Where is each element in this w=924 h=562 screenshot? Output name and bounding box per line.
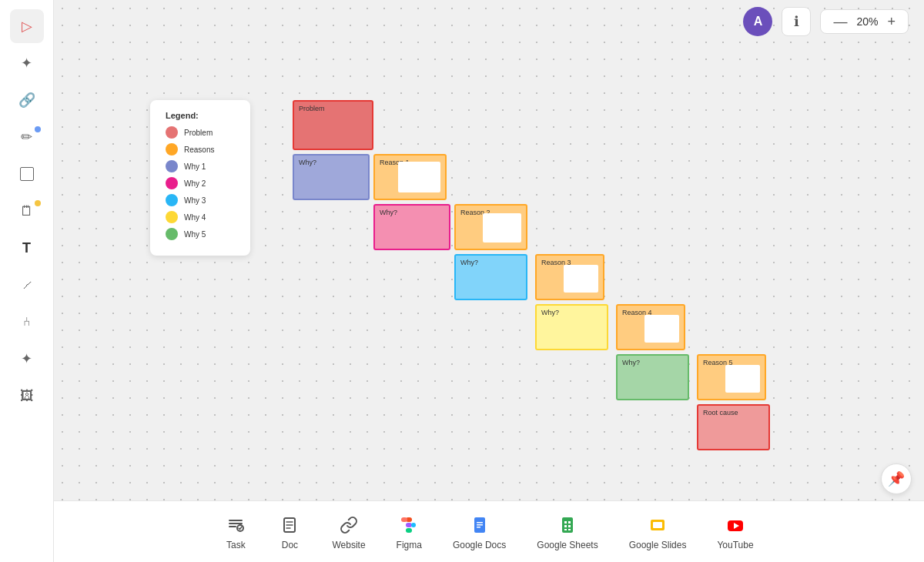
block-reason2[interactable]: Reason 2 (454, 204, 527, 250)
google-slides-icon (646, 513, 669, 537)
cursor-icon: ▷ (22, 18, 32, 35)
block-why2[interactable]: Why? (373, 204, 450, 250)
pen-tool[interactable]: ✏ (10, 120, 44, 154)
zoom-out-button[interactable]: — (830, 13, 850, 30)
svg-rect-12 (564, 521, 567, 524)
ai-tool[interactable]: ✦ (10, 342, 44, 376)
google-sheets-label: Google Sheets (537, 540, 598, 550)
block-reason4-white (644, 315, 679, 343)
toolbar-item-google-slides[interactable]: Google Slides (629, 513, 687, 550)
user-avatar[interactable]: A (743, 7, 772, 36)
left-sidebar: ▷ ✦ 🔗 ✏ 🗒 T ⟋ ⑃ ✦ 🖼 (0, 0, 54, 562)
google-slides-label: Google Slides (629, 540, 687, 550)
cursor-tool[interactable]: ▷ (10, 9, 44, 43)
svg-rect-13 (568, 521, 571, 524)
svg-rect-19 (653, 522, 662, 528)
connect-tool[interactable]: ⑃ (10, 305, 44, 339)
google-docs-icon (468, 513, 491, 537)
text-icon: T (22, 240, 31, 256)
note-dot (35, 200, 41, 206)
block-reason4[interactable]: Reason 4 (616, 304, 685, 350)
legend-item-why2: Why 2 (166, 177, 235, 189)
block-reason1-white (398, 162, 440, 192)
toolbar-item-website[interactable]: Website (332, 513, 365, 550)
youtube-icon (724, 513, 747, 537)
svg-rect-4 (406, 528, 412, 533)
google-sheets-icon (556, 513, 579, 537)
svg-rect-16 (564, 529, 567, 530)
legend-title: Legend: (166, 111, 235, 120)
link-icon: 🔗 (18, 92, 35, 109)
legend-item-why5: Why 5 (166, 228, 235, 240)
svg-rect-14 (564, 525, 567, 527)
block-rootcause[interactable]: Root cause (697, 404, 770, 450)
media-tool[interactable]: 🖼 (10, 379, 44, 413)
legend-label-why5: Why 5 (184, 230, 206, 239)
block-reason5[interactable]: Reason 5 (697, 354, 766, 400)
line-icon: ⟋ (20, 277, 34, 293)
link-tool[interactable]: 🔗 (10, 83, 44, 117)
info-button[interactable]: ℹ (782, 7, 811, 36)
legend-item-problem: Problem (166, 126, 235, 139)
svg-rect-3 (406, 523, 412, 527)
block-why2-label: Why? (380, 209, 397, 216)
legend-item-why4: Why 4 (166, 211, 235, 223)
block-why3-label: Why? (460, 259, 478, 266)
block-reason3-white (564, 265, 598, 293)
svg-point-6 (411, 523, 416, 527)
svg-rect-11 (562, 517, 573, 533)
shape-icon (20, 167, 34, 181)
block-why1-label: Why? (299, 159, 316, 166)
media-icon: 🖼 (20, 388, 34, 404)
legend-circle-why2 (166, 177, 178, 189)
legend-label-why1: Why 1 (184, 162, 206, 171)
block-why4-label: Why? (541, 309, 559, 316)
website-label: Website (332, 540, 365, 550)
note-tool[interactable]: 🗒 (10, 194, 44, 228)
block-problem-label: Problem (299, 105, 325, 112)
block-why1[interactable]: Why? (293, 154, 370, 200)
youtube-label: YouTube (717, 540, 753, 550)
topbar: A ℹ — 20% + (728, 0, 924, 42)
bottom-toolbar: Task Doc Website (54, 500, 924, 562)
toolbar-item-google-sheets[interactable]: Google Sheets (537, 513, 598, 550)
block-why5-label: Why? (622, 359, 640, 366)
doc-icon (278, 513, 301, 537)
block-why5[interactable]: Why? (616, 354, 689, 400)
svg-rect-5 (401, 517, 407, 522)
line-tool[interactable]: ⟋ (10, 268, 44, 302)
info-icon: ℹ (794, 13, 799, 30)
block-reason1[interactable]: Reason 1 (373, 154, 447, 200)
legend-label-why3: Why 3 (184, 196, 206, 205)
shape-tool[interactable] (10, 157, 44, 191)
toolbar-item-youtube[interactable]: YouTube (717, 513, 753, 550)
pin-button[interactable]: 📌 (881, 463, 912, 494)
figma-icon (397, 513, 420, 537)
toolbar-item-task[interactable]: Task (224, 513, 247, 550)
block-reason3[interactable]: Reason 3 (535, 254, 604, 300)
google-docs-label: Google Docs (453, 540, 506, 550)
toolbar-item-google-docs[interactable]: Google Docs (453, 513, 506, 550)
ai-icon: ✦ (21, 350, 32, 367)
legend-circle-why1 (166, 160, 178, 172)
block-reason2-white (483, 213, 521, 243)
pen-dot (35, 126, 41, 132)
block-problem[interactable]: Problem (293, 100, 373, 150)
block-why3[interactable]: Why? (454, 254, 527, 300)
svg-rect-10 (477, 527, 480, 528)
text-tool[interactable]: T (10, 231, 44, 265)
svg-rect-17 (568, 529, 571, 530)
toolbar-item-doc[interactable]: Doc (278, 513, 301, 550)
legend-circle-reasons (166, 143, 178, 156)
zoom-level: 20% (856, 15, 878, 28)
pin-icon: 📌 (888, 470, 905, 487)
svg-rect-15 (568, 525, 571, 527)
smart-draw-tool[interactable]: ✦ (10, 46, 44, 80)
toolbar-item-figma[interactable]: Figma (397, 513, 422, 550)
pen-icon: ✏ (21, 129, 32, 146)
legend-circle-why5 (166, 228, 178, 240)
zoom-in-button[interactable]: + (884, 13, 899, 30)
legend-label-reasons: Reasons (184, 146, 214, 154)
svg-rect-9 (477, 524, 483, 526)
block-why4[interactable]: Why? (535, 304, 608, 350)
